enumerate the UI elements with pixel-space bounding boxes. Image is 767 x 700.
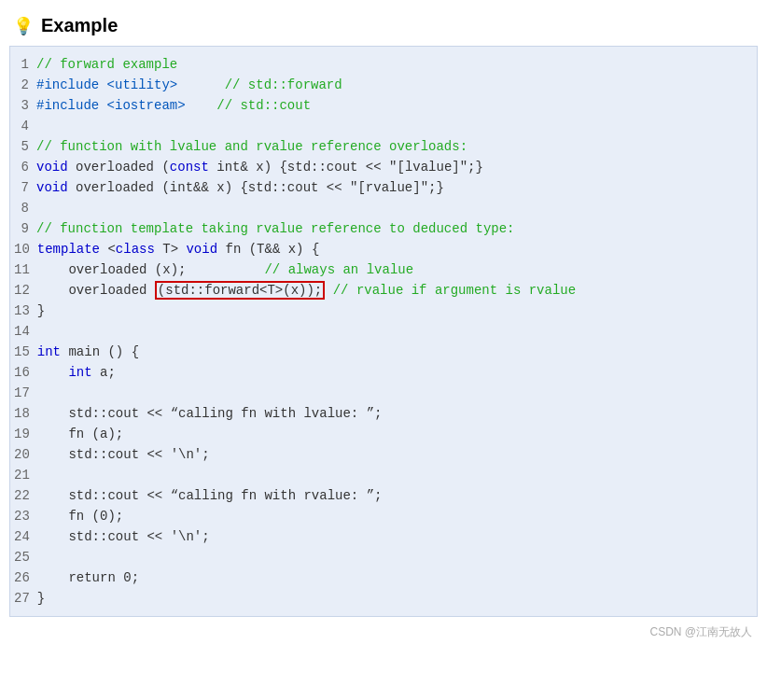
line-number: 17	[10, 383, 37, 403]
line-number: 27	[10, 588, 37, 609]
code-token: T>	[155, 242, 187, 257]
code-token: void	[186, 242, 217, 257]
line-number: 8	[10, 198, 36, 218]
table-row: 27}	[10, 588, 757, 609]
table-row: 21	[10, 465, 757, 485]
line-content: // forward example	[36, 54, 757, 75]
line-number: 21	[10, 465, 37, 485]
line-content: }	[37, 588, 757, 609]
line-number: 11	[10, 259, 37, 280]
line-content: fn (0);	[37, 506, 757, 526]
line-content: fn (a);	[37, 424, 757, 444]
code-token: main () {	[61, 344, 139, 359]
line-content: template <class T> void fn (T&& x) {	[37, 239, 757, 259]
code-token: // std::cout	[186, 98, 311, 113]
table-row: 22 std::cout << “calling fn with rvalue:…	[10, 485, 757, 506]
line-content	[37, 547, 757, 567]
table-row: 19 fn (a);	[10, 424, 757, 444]
table-row: 9// function template taking rvalue refe…	[10, 218, 757, 239]
line-content: int a;	[37, 362, 757, 383]
line-number: 25	[10, 547, 37, 567]
table-row: 10template <class T> void fn (T&& x) {	[10, 239, 757, 259]
line-number: 10	[10, 239, 37, 259]
code-token: <	[100, 242, 116, 257]
table-row: 7void overloaded (int&& x) {std::cout <<…	[10, 177, 757, 198]
line-number: 26	[10, 567, 37, 588]
section-title: Example	[41, 15, 118, 36]
lightbulb-icon: 💡	[13, 16, 34, 36]
code-block: 1// forward example2#include <utility> /…	[9, 46, 758, 617]
line-number: 12	[10, 280, 37, 301]
line-content: }	[37, 301, 757, 321]
line-content: std::cout << '\n';	[37, 526, 757, 547]
line-number: 23	[10, 506, 37, 526]
table-row: 16 int a;	[10, 362, 757, 383]
code-token: #include <iostream>	[36, 98, 186, 113]
line-number: 4	[10, 116, 36, 136]
line-content: int main () {	[37, 342, 757, 362]
code-token: std::cout << '\n';	[37, 529, 210, 544]
line-content: std::cout << “calling fn with rvalue: ”;	[37, 485, 757, 506]
table-row: 3#include <iostream> // std::cout	[10, 95, 757, 116]
line-content: std::cout << '\n';	[37, 444, 757, 465]
table-row: 11 overloaded (x); // always an lvalue	[10, 259, 757, 280]
table-row: 20 std::cout << '\n';	[10, 444, 757, 465]
highlighted-code: (std::forward<T>(x));	[155, 281, 325, 300]
code-token: fn (0);	[37, 509, 123, 524]
table-row: 6void overloaded (const int& x) {std::co…	[10, 157, 757, 177]
code-token: fn (T&& x) {	[217, 242, 319, 257]
code-token: int	[68, 365, 91, 380]
line-content	[37, 465, 757, 485]
line-content: std::cout << “calling fn with lvalue: ”;	[37, 403, 757, 424]
code-token: const	[170, 160, 209, 175]
table-row: 13}	[10, 301, 757, 321]
line-content: return 0;	[37, 567, 757, 588]
line-content: void overloaded (int&& x) {std::cout << …	[36, 177, 757, 198]
table-row: 15int main () {	[10, 342, 757, 362]
line-content: overloaded (x); // always an lvalue	[37, 259, 757, 280]
line-number: 6	[10, 157, 36, 177]
line-content	[37, 383, 757, 403]
code-token: int	[37, 344, 61, 359]
code-token: // function template taking rvalue refer…	[36, 221, 514, 236]
table-row: 1// forward example	[10, 54, 757, 75]
code-token: std::cout << '\n';	[37, 447, 210, 462]
code-token: overloaded	[37, 283, 155, 298]
line-content: void overloaded (const int& x) {std::cou…	[36, 157, 757, 177]
table-row: 8	[10, 198, 757, 218]
code-token: void	[36, 180, 68, 195]
code-token: a;	[92, 365, 116, 380]
line-number: 18	[10, 403, 37, 424]
table-row: 12 overloaded (std::forward<T>(x)); // r…	[10, 280, 757, 301]
line-content: #include <utility> // std::forward	[36, 75, 757, 95]
table-row: 17	[10, 383, 757, 403]
line-number: 22	[10, 485, 37, 506]
code-token: int& x) {std::cout << "[lvalue]";}	[209, 160, 483, 175]
line-content: // function template taking rvalue refer…	[36, 218, 757, 239]
code-token: // rvalue if argument is rvalue	[333, 283, 576, 298]
line-content	[36, 116, 757, 136]
code-token: overloaded (x);	[37, 262, 265, 277]
table-row: 18 std::cout << “calling fn with lvalue:…	[10, 403, 757, 424]
code-token: template	[37, 242, 100, 257]
page: 💡 Example 1// forward example2#include <…	[0, 0, 767, 700]
table-row: 4	[10, 116, 757, 136]
line-content: #include <iostream> // std::cout	[36, 95, 757, 116]
code-token: // always an lvalue	[264, 262, 413, 277]
table-row: 25	[10, 547, 757, 567]
code-token: overloaded (	[68, 160, 170, 175]
line-number: 14	[10, 321, 37, 342]
table-row: 14	[10, 321, 757, 342]
code-token: }	[37, 303, 45, 318]
code-token	[325, 283, 332, 298]
line-number: 15	[10, 342, 37, 362]
table-row: 23 fn (0);	[10, 506, 757, 526]
code-token: // forward example	[36, 57, 177, 72]
line-number: 24	[10, 526, 37, 547]
watermark: CSDN @江南无故人	[0, 617, 767, 644]
table-row: 24 std::cout << '\n';	[10, 526, 757, 547]
line-content	[36, 198, 757, 218]
code-token: }	[37, 591, 45, 606]
code-token: #include <utility>	[36, 77, 177, 92]
line-content: overloaded (std::forward<T>(x)); // rval…	[37, 280, 757, 301]
